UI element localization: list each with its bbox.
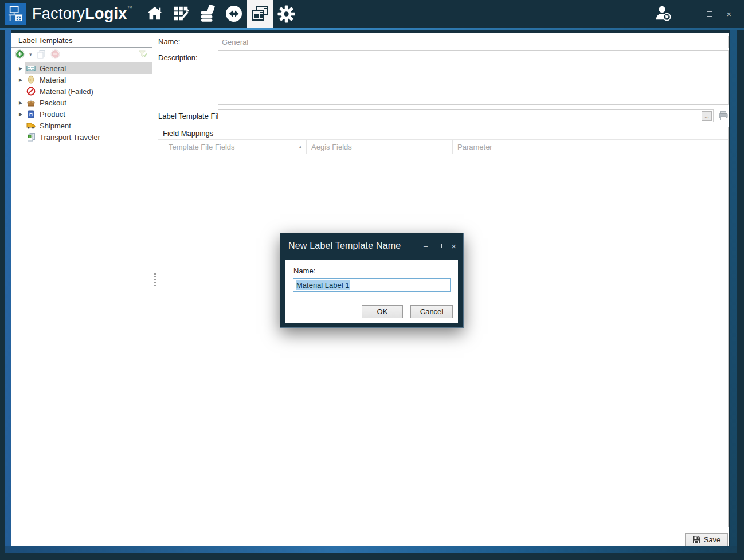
topbar-right: – × xyxy=(654,4,744,24)
accent-divider xyxy=(0,28,744,30)
dialog-name-input[interactable]: Material Label 1 xyxy=(293,278,451,292)
add-dropdown-caret[interactable]: ▾ xyxy=(29,52,32,57)
expand-arrow-icon[interactable]: ▶ xyxy=(16,77,25,83)
expand-arrow-icon[interactable]: ▶ xyxy=(16,100,25,105)
filter-icon xyxy=(139,50,147,58)
tree-item-material[interactable]: ▶ Material xyxy=(11,74,152,85)
shipment-icon xyxy=(26,121,36,130)
ok-button[interactable]: OK xyxy=(362,305,403,318)
gear-icon xyxy=(277,5,296,24)
nav-npi[interactable] xyxy=(168,0,194,28)
templates-toolbar: ▾ xyxy=(11,48,152,61)
grid-pencil-icon xyxy=(172,5,190,23)
description-label: Description: xyxy=(158,53,198,62)
nav-label-templates[interactable] xyxy=(247,0,273,28)
dialog-maximize-button[interactable] xyxy=(437,244,442,248)
field-mappings-empty-area xyxy=(158,154,728,521)
name-label: Name: xyxy=(158,37,180,46)
dialog-title: New Label Template Name xyxy=(288,241,401,251)
packout-icon xyxy=(26,98,36,107)
copy-template-button[interactable] xyxy=(37,50,46,59)
sort-ascending-icon: ▲ xyxy=(298,140,303,154)
tree-item-packout[interactable]: ▶ Packout xyxy=(11,97,152,108)
nav-settings[interactable] xyxy=(273,0,300,28)
transfer-circle-icon xyxy=(224,4,244,24)
tree-item-product[interactable]: ▶ Product xyxy=(11,108,152,120)
home-icon xyxy=(146,5,164,23)
expand-arrow-icon[interactable]: ▶ xyxy=(16,112,25,117)
app-window: FactoryLogix™ xyxy=(0,0,744,560)
tree-item-label: Material (Failed) xyxy=(40,87,93,96)
add-template-button[interactable] xyxy=(15,49,25,59)
column-header-aegis-fields[interactable]: Aegis Fields xyxy=(307,140,453,154)
dialog-close-button[interactable]: × xyxy=(451,242,456,250)
frame-bottom-strip xyxy=(5,546,737,553)
file-label: Label Template File: xyxy=(158,112,225,120)
dialog-buttons: OK Cancel xyxy=(362,305,453,318)
brand-wordmark: FactoryLogix™ xyxy=(32,5,132,23)
field-mappings-header-row: Template File Fields ▲ Aegis Fields Para… xyxy=(164,140,727,154)
tree-item-label: Material xyxy=(40,76,66,84)
label-templates-panel: Label Templates ▾ xyxy=(11,33,152,527)
dialog-name-label: Name: xyxy=(293,267,315,275)
copy-icon xyxy=(37,50,46,59)
main-nav xyxy=(142,0,300,28)
new-label-template-dialog: New Label Template Name – × Name: Materi… xyxy=(280,233,464,328)
column-header-template-file-fields[interactable]: Template File Fields ▲ xyxy=(164,140,307,154)
nav-logistics[interactable] xyxy=(194,0,221,28)
brand-trademark: ™ xyxy=(127,5,132,11)
workstation-icon xyxy=(7,5,24,22)
material-icon xyxy=(26,75,36,84)
material-failed-icon xyxy=(26,87,36,96)
label-template-file-input[interactable] xyxy=(218,109,714,122)
tree-item-material-failed[interactable]: Material (Failed) xyxy=(11,85,152,97)
tree-item-label: Transport Traveler xyxy=(40,133,100,142)
tree-item-general[interactable]: ▶ General xyxy=(11,62,152,74)
filter-templates-button[interactable] xyxy=(139,50,147,58)
cancel-button[interactable]: Cancel xyxy=(410,305,453,318)
panel-title: Label Templates xyxy=(11,33,152,48)
browse-file-button[interactable]: ... xyxy=(702,111,712,121)
stock-stack-icon xyxy=(198,5,217,23)
brand-logix: Logix xyxy=(85,5,127,22)
column-header-empty[interactable] xyxy=(597,140,727,154)
printer-icon xyxy=(718,111,729,121)
close-button[interactable]: × xyxy=(726,10,731,18)
frame-left-strip xyxy=(5,30,11,546)
user-logout-icon[interactable] xyxy=(654,4,673,24)
name-input[interactable] xyxy=(218,36,729,48)
factorylogix-logo xyxy=(5,3,26,25)
field-mappings-title: Field Mappings xyxy=(158,127,728,140)
dialog-title-bar[interactable]: New Label Template Name – × xyxy=(280,233,463,259)
save-button[interactable]: Save xyxy=(685,533,728,546)
maximize-button[interactable] xyxy=(707,11,712,17)
top-bar: FactoryLogix™ xyxy=(0,0,744,28)
nav-production[interactable] xyxy=(221,0,247,28)
print-button[interactable] xyxy=(718,111,729,121)
column-header-parameter[interactable]: Parameter xyxy=(453,140,597,154)
transport-traveler-icon xyxy=(26,132,36,142)
minimize-button[interactable]: – xyxy=(688,10,693,18)
label-templates-tree: ▶ General ▶ xyxy=(11,61,152,143)
remove-icon xyxy=(50,49,60,59)
selected-text: Material Label 1 xyxy=(296,280,350,290)
description-input[interactable] xyxy=(218,50,729,105)
delete-template-button[interactable] xyxy=(50,49,60,59)
product-icon xyxy=(26,109,36,119)
tree-item-label: Shipment xyxy=(40,122,71,130)
tree-item-label: Product xyxy=(40,110,65,119)
label-templates-icon xyxy=(250,4,270,24)
window-controls: – × xyxy=(688,10,731,18)
general-label-icon xyxy=(26,64,36,73)
brand-factory: Factory xyxy=(32,5,85,22)
sidebar-splitter[interactable] xyxy=(154,273,156,288)
frame-right-strip xyxy=(730,30,737,546)
tree-item-transport-traveler[interactable]: Transport Traveler xyxy=(11,131,152,143)
expand-arrow-icon[interactable]: ▶ xyxy=(16,66,25,71)
dialog-window-controls: – × xyxy=(424,242,456,250)
tree-item-shipment[interactable]: Shipment xyxy=(11,120,152,131)
save-disk-icon xyxy=(692,536,700,544)
nav-home[interactable] xyxy=(142,0,168,28)
dialog-minimize-button[interactable]: – xyxy=(424,242,428,250)
tree-item-label: General xyxy=(40,64,66,73)
